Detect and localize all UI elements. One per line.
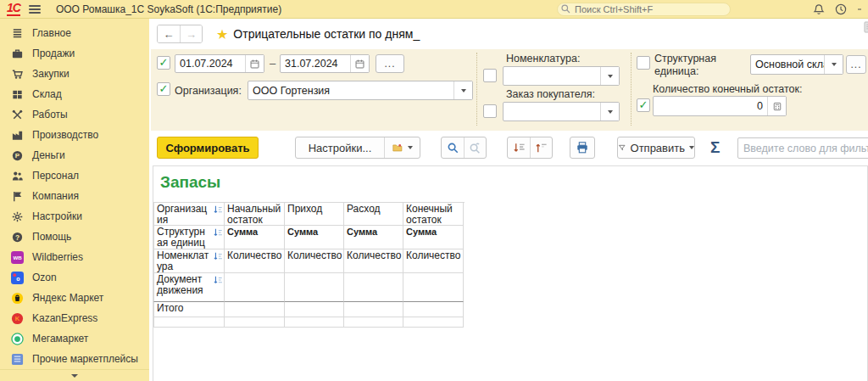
hamburger-menu-icon[interactable]	[29, 5, 41, 14]
sidebar-item-other-marketplaces[interactable]: Прочие маркетплейсы	[0, 349, 149, 369]
page-title: Отрицательные остатки по дням_	[233, 27, 420, 41]
notifications-bell-icon[interactable]	[812, 3, 826, 16]
sidebar-item-kazanexpress[interactable]: K KazanExpress	[0, 308, 149, 328]
row-header-organization: Организация	[153, 203, 225, 226]
expand-groups-button[interactable]	[530, 137, 552, 158]
sidebar-item-company[interactable]: Компания	[0, 186, 149, 206]
period-checkbox[interactable]: ✓	[157, 56, 170, 70]
sidebar-item-label: Настройки	[32, 210, 82, 222]
dropdown-caret-icon[interactable]	[453, 81, 472, 99]
forward-button[interactable]: →	[180, 25, 202, 42]
sidebar-item-money[interactable]: Р Деньги	[0, 145, 149, 165]
report-variants-button[interactable]	[384, 137, 420, 158]
table-cell	[344, 317, 403, 328]
dropdown-caret-icon	[689, 146, 694, 149]
printer-icon	[576, 141, 589, 154]
structural-unit-more-button[interactable]: ...	[846, 55, 866, 74]
sort-icon[interactable]	[213, 251, 223, 265]
sidebar-item-purchases[interactable]: Закупки	[0, 64, 149, 84]
sidebar-item-yandex-market[interactable]: Яндекс Маркет	[0, 288, 149, 308]
dropdown-caret-icon[interactable]	[824, 55, 843, 74]
history-icon[interactable]	[834, 3, 848, 16]
report-table: Организация Начальный остаток Приход Рас…	[153, 202, 465, 328]
svg-text:o: o	[16, 276, 20, 282]
table-cell	[285, 317, 344, 328]
sidebar-item-main[interactable]: Главное	[0, 23, 149, 43]
dropdown-caret-icon[interactable]	[600, 103, 619, 120]
dropdown-caret-icon[interactable]	[600, 67, 619, 85]
sidebar-item-wildberries[interactable]: WB Wildberries	[0, 247, 149, 267]
global-search-input[interactable]	[557, 3, 731, 16]
sidebar-item-personnel[interactable]: Персонал	[0, 165, 149, 186]
sidebar-item-megamarket[interactable]: Мегамаркет	[0, 328, 149, 349]
app-window: 1С ООО Ромашка_1С SoykaSoft (1С:Предприя…	[0, 0, 868, 381]
dropdown-caret-icon	[408, 146, 413, 149]
calendar-icon[interactable]	[350, 55, 369, 72]
quick-filter-input[interactable]	[737, 137, 868, 159]
table-cell: Сумма	[403, 226, 464, 249]
table-cell	[403, 301, 464, 317]
sidebar-item-label: Продажи	[32, 48, 75, 59]
ozon-icon: o	[10, 271, 24, 284]
favorite-star-icon[interactable]: ★	[216, 26, 228, 42]
send-button[interactable]: Отправить	[617, 137, 695, 159]
arrow-up-list-icon	[535, 142, 548, 154]
back-button[interactable]: ←	[158, 25, 180, 42]
sort-icon[interactable]	[213, 227, 223, 241]
nomenclature-checkbox[interactable]: ✓	[483, 69, 497, 82]
generate-button[interactable]: Сформировать	[157, 137, 259, 159]
find-button[interactable]	[442, 137, 464, 158]
customer-order-field[interactable]	[503, 102, 620, 121]
folder-icon	[392, 142, 404, 154]
period-more-button[interactable]: ...	[376, 54, 404, 73]
customer-order-label: Заказ покупателя:	[506, 88, 595, 100]
period-from-value: 01.07.2024	[175, 58, 245, 70]
settings-icon	[10, 210, 24, 223]
table-cell	[153, 317, 225, 328]
cancel-search-button[interactable]	[464, 137, 486, 158]
sort-icon[interactable]	[213, 275, 223, 289]
sidebar-item-label: Главное	[32, 27, 71, 39]
table-cell	[225, 317, 285, 328]
calendar-icon[interactable]	[245, 55, 264, 72]
table-cell	[225, 301, 285, 317]
table-cell	[344, 301, 403, 317]
sum-sigma-icon[interactable]: Σ	[710, 138, 720, 157]
settings-button[interactable]: Настройки...	[296, 137, 384, 158]
collapse-groups-button[interactable]	[508, 137, 530, 158]
svg-text:K: K	[14, 315, 19, 322]
send-icon	[618, 142, 626, 154]
final-quantity-field[interactable]: 0	[653, 96, 787, 116]
organization-checkbox[interactable]: ✓	[157, 82, 170, 96]
sidebar-item-help[interactable]: ? Помощь	[0, 227, 149, 247]
sidebar-collapse-button[interactable]	[0, 369, 149, 381]
nomenclature-field[interactable]	[503, 66, 620, 86]
money-icon: Р	[10, 148, 24, 162]
customer-order-checkbox[interactable]: ✓	[483, 104, 497, 118]
search-cancel-icon	[469, 142, 481, 154]
print-button[interactable]	[570, 137, 595, 159]
sidebar-item-sales[interactable]: Продажи	[0, 43, 149, 64]
purchases-icon	[10, 67, 24, 81]
service-menu-icon[interactable]	[856, 3, 861, 16]
window-title: ООО Ромашка_1С SoykaSoft (1С:Предприятие…	[56, 3, 281, 15]
arrow-down-list-icon	[513, 142, 526, 154]
sidebar-item-works[interactable]: Работы	[0, 104, 149, 125]
structural-unit-field[interactable]: Основной склад Ф	[750, 54, 843, 75]
sort-icon[interactable]	[213, 205, 223, 218]
table-cell	[225, 273, 285, 302]
structural-unit-checkbox[interactable]: ✓	[637, 56, 650, 70]
period-to-field[interactable]: 31.07.2024	[280, 54, 370, 73]
document-icon[interactable]	[864, 21, 868, 36]
sidebar-item-ozon[interactable]: o Ozon	[0, 267, 149, 288]
sidebar-item-settings[interactable]: Настройки	[0, 206, 149, 227]
sidebar-item-warehouse[interactable]: Склад	[0, 84, 149, 104]
organization-field[interactable]: ООО Гортензия	[248, 81, 473, 100]
sidebar-item-production[interactable]: Производство	[0, 125, 149, 145]
period-from-field[interactable]: 01.07.2024	[175, 54, 264, 73]
calculator-icon[interactable]	[767, 97, 786, 115]
table-cell	[403, 273, 464, 302]
final-quantity-label: Количество конечный остаток:	[653, 83, 802, 95]
sales-icon	[10, 47, 24, 60]
final-quantity-checkbox[interactable]: ✓	[637, 98, 650, 112]
